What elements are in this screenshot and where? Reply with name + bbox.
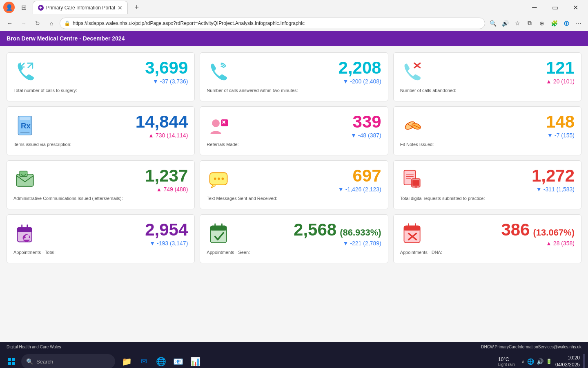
card-secondary-text: (13.067%)	[533, 227, 575, 238]
card-calls-answered: 2,208 ▼ -200 (2,408) Number of calls ans…	[200, 52, 388, 101]
card-numbers: 339 ▼ -48 (387)	[231, 113, 381, 139]
split-screen-icon[interactable]: ⧉	[524, 18, 535, 29]
show-desktop-button[interactable]	[583, 354, 585, 368]
card-text-messages: 697 ▼ -1,426 (2,123) Text Messages Sent …	[200, 160, 388, 209]
taskbar: 🔍 Search 📁 ✉ 🌐 📧 📊 10°C Light rain ∧ 🌐 🔊…	[0, 352, 588, 368]
card-calls-abandoned: 121 ▲ 20 (101) Number of calls abandoned…	[393, 52, 581, 101]
collections-icon[interactable]: ⊕	[537, 18, 547, 29]
card-main-number: 1,237	[145, 167, 188, 184]
card-numbers: 386 (13.067%) ▲ 28 (358)	[425, 221, 575, 247]
card-icon-digital	[400, 167, 425, 192]
taskbar-right: 10°C Light rain ∧ 🌐 🔊 🔋 10:20 04/02/2025	[498, 354, 585, 368]
card-label: Appointments - Total:	[13, 250, 188, 255]
card-label: Text Messages Sent and Received:	[207, 196, 381, 201]
svg-point-6	[212, 119, 220, 127]
taskbar-clock[interactable]: 10:20 04/02/2025	[555, 355, 580, 368]
card-secondary-text: (86.933%)	[340, 227, 381, 238]
card-arrow: ▼	[536, 186, 542, 193]
card-main-number: 386	[501, 221, 530, 238]
card-arrow: ▲	[156, 186, 162, 193]
card-top: 121 ▲ 20 (101)	[400, 59, 575, 85]
start-button[interactable]	[3, 353, 20, 368]
card-numbers: 14,844 ▲ 730 (14,114)	[38, 113, 188, 139]
footer-bar: Digital Health and Care Wales DHCW.Prima…	[0, 342, 588, 352]
card-change: ▼ -1,426 (2,123)	[231, 186, 381, 193]
address-bar[interactable]: 🔒 https://isdapps.wales.nhs.uk/pcip/rdPa…	[60, 18, 485, 29]
card-digital-requests: 1,272 ▼ -311 (1,583) Total digital reque…	[393, 160, 581, 209]
taskbar-search-box[interactable]: 🔍 Search	[21, 354, 115, 368]
home-button[interactable]: ⌂	[46, 18, 57, 29]
close-button[interactable]: ✕	[566, 1, 585, 14]
card-calls-total: 3,699 ▼ -37 (3,736) Total number of call…	[7, 52, 195, 101]
minimize-button[interactable]: ─	[525, 1, 544, 14]
tray-volume[interactable]: 🔊	[537, 358, 543, 365]
search-icon[interactable]: 🔍	[488, 18, 498, 29]
svg-rect-35	[211, 228, 227, 231]
footer-right: DHCW.PrimaryCareInformationServices@wale…	[481, 345, 581, 349]
main-content: 3,699 ▼ -37 (3,736) Total number of call…	[0, 46, 588, 342]
taskbar-mail[interactable]: ✉	[136, 353, 152, 368]
card-numbers: 2,208 ▼ -200 (2,408)	[231, 59, 381, 85]
card-label: Total digital requests submitted to prac…	[400, 196, 575, 201]
maximize-button[interactable]: ▭	[546, 1, 564, 14]
card-arrow: ▼	[547, 132, 553, 139]
taskbar-app5[interactable]: 📊	[187, 353, 203, 368]
clock-date: 04/02/2025	[555, 361, 580, 368]
card-label: Referrals Made:	[207, 142, 381, 147]
card-icon-referral	[207, 113, 231, 138]
card-change-text: -37 (3,736)	[160, 78, 188, 85]
card-change-text: 749 (488)	[163, 186, 188, 193]
card-top: 1,272 ▼ -311 (1,583)	[400, 167, 575, 193]
card-icon-phone-incoming	[13, 59, 38, 84]
card-arrow: ▼	[153, 78, 158, 85]
weather-desc: Light rain	[498, 362, 515, 367]
card-main-number: 3,699	[145, 59, 188, 76]
taskbar-edge[interactable]: 🌐	[153, 353, 169, 368]
card-change: ▲ 730 (14,114)	[38, 132, 188, 139]
taskbar-explorer[interactable]: 📁	[118, 353, 135, 368]
card-change: ▲ 20 (101)	[425, 78, 575, 85]
new-tab-button[interactable]: +	[131, 2, 143, 13]
card-label: Fit Notes Issued:	[400, 142, 575, 147]
card-icon-appt-dna	[400, 221, 425, 246]
card-change: ▲ 749 (488)	[38, 186, 188, 193]
card-numbers: 2,954 ▼ -193 (3,147)	[38, 221, 188, 247]
back-button[interactable]: ←	[4, 18, 16, 29]
browser-profile[interactable]: 👤	[3, 2, 15, 13]
weather-widget[interactable]: 10°C Light rain	[498, 357, 515, 367]
card-icon-phone-miss	[400, 59, 425, 84]
card-change: ▼ -200 (2,408)	[231, 78, 381, 85]
card-main-number: 121	[546, 59, 575, 76]
taskbar-search-icon: 🔍	[26, 358, 33, 365]
card-numbers: 1,237 ▲ 749 (488)	[38, 167, 188, 193]
card-change: ▼ -37 (3,736)	[38, 78, 188, 85]
active-tab[interactable]: ✚ Primary Care Information Portal ✕	[33, 1, 128, 14]
svg-rect-3	[20, 117, 30, 120]
card-numbers: 2,568 (86.933%) ▼ -221 (2,789)	[231, 221, 381, 247]
tray-chevron[interactable]: ∧	[521, 359, 525, 364]
card-arrow: ▼	[149, 240, 155, 247]
tray-network[interactable]: 🌐	[527, 358, 534, 365]
card-label: Items issued via prescription:	[13, 142, 188, 147]
card-top: 2,954 ▼ -193 (3,147)	[13, 221, 188, 247]
tray-battery[interactable]: 🔋	[546, 359, 552, 364]
card-change: ▲ 28 (358)	[425, 240, 575, 247]
refresh-button[interactable]: ↻	[32, 18, 43, 29]
forward-button[interactable]: →	[18, 18, 29, 29]
tab-group-icon[interactable]: ⊞	[18, 2, 29, 13]
system-tray: ∧ 🌐 🔊 🔋	[521, 358, 552, 365]
extensions-icon[interactable]: 🧩	[549, 18, 559, 29]
page-header: Bron Derw Medical Centre - December 2024	[0, 31, 588, 46]
card-top: Rx 14,844 ▲ 730 (14,114)	[13, 113, 188, 139]
card-icon-appt-seen	[207, 221, 231, 246]
taskbar-outlook[interactable]: 📧	[170, 353, 186, 368]
card-main-number: 1,272	[532, 167, 575, 184]
card-change-text: -311 (1,583)	[543, 186, 575, 193]
tab-close-button[interactable]: ✕	[118, 4, 122, 11]
edge-icon[interactable]: ⊛	[561, 18, 572, 29]
footer-left: Digital Health and Care Wales	[7, 345, 61, 349]
favorites-icon[interactable]: ☆	[512, 18, 523, 29]
settings-more-icon[interactable]: ⋯	[573, 18, 584, 29]
read-aloud-icon[interactable]: 🔊	[500, 18, 510, 29]
card-top: 2,208 ▼ -200 (2,408)	[207, 59, 381, 85]
